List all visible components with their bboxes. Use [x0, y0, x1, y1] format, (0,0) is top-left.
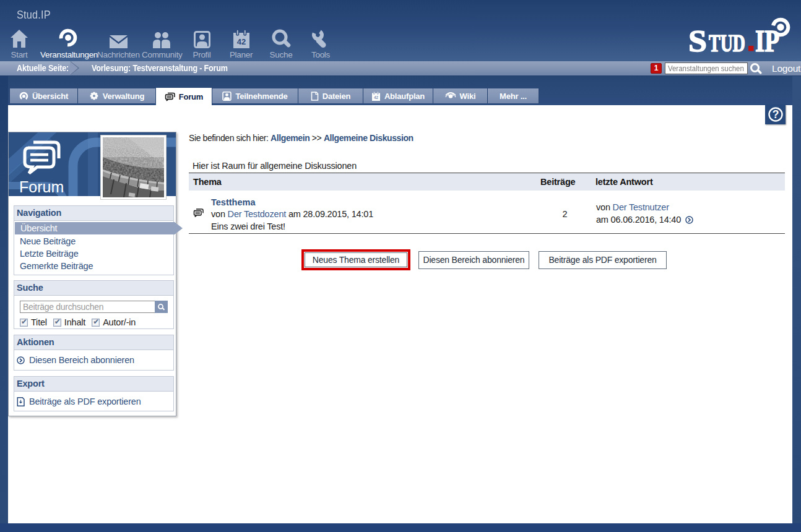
- svg-text:TUD: TUD: [709, 28, 745, 55]
- svg-text:S: S: [688, 24, 707, 55]
- svg-text:42: 42: [374, 95, 379, 100]
- svg-text:42: 42: [236, 37, 245, 46]
- svg-text:IP: IP: [755, 24, 779, 55]
- svg-text:?: ?: [772, 108, 779, 121]
- svg-text:Forum: Forum: [19, 178, 64, 195]
